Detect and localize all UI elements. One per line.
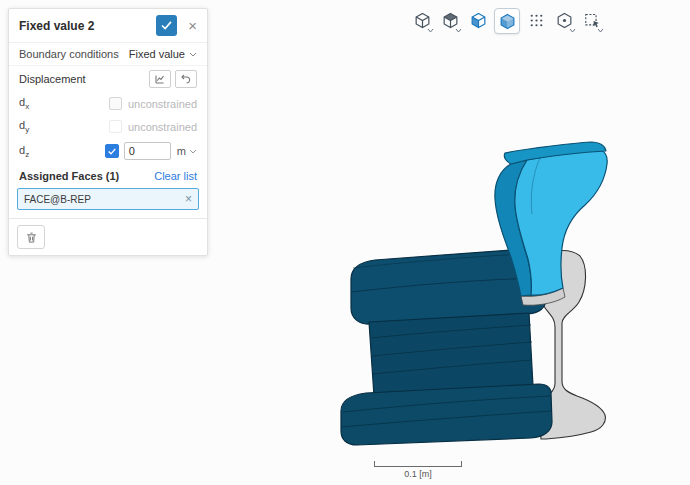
panel-footer	[9, 218, 207, 255]
face-assignment-chip[interactable]: FACE@B-REP ×	[17, 188, 199, 210]
solid-shaded-cube-icon[interactable]	[438, 8, 462, 32]
chart-icon	[154, 73, 166, 85]
viewport-toolbar	[410, 8, 604, 34]
isometric-cube-icon[interactable]	[410, 8, 434, 32]
dx-row: dx unconstrained	[9, 92, 207, 115]
chevron-down-icon	[189, 149, 197, 154]
scale-bar-label: 0.1 [m]	[374, 469, 462, 479]
dz-checkbox[interactable]	[105, 144, 119, 158]
box-select-icon[interactable]	[580, 8, 604, 32]
dz-row: dz 0 m	[9, 138, 207, 164]
displacement-row: Displacement	[9, 65, 207, 92]
dz-value-input[interactable]: 0	[124, 142, 171, 160]
assigned-faces-row: Assigned Faces (1) Clear list	[9, 164, 207, 185]
chevron-down-icon	[189, 52, 197, 57]
scale-bar-line	[374, 461, 462, 467]
check-icon	[161, 21, 172, 30]
table-input-button[interactable]	[149, 70, 171, 88]
dx-checkbox[interactable]	[109, 97, 122, 110]
trash-icon	[25, 231, 38, 244]
topology-cube-icon[interactable]	[552, 8, 576, 32]
boundary-conditions-dropdown[interactable]: Fixed value	[129, 48, 197, 60]
face-assignment-name: FACE@B-REP	[24, 194, 185, 205]
delete-button[interactable]	[17, 225, 45, 249]
select-faces-icon[interactable]	[466, 8, 490, 32]
assignment-list: FACE@B-REP ×	[9, 185, 207, 218]
dy-row: dy unconstrained	[9, 115, 207, 138]
reset-button[interactable]	[175, 70, 197, 88]
remove-face-icon[interactable]: ×	[185, 194, 192, 204]
boundary-condition-panel: Fixed value 2 × Boundary conditions Fixe…	[8, 8, 208, 256]
scale-bar: 0.1 [m]	[374, 461, 462, 479]
assigned-faces-label: Assigned Faces (1)	[19, 170, 154, 182]
dropdown-caret-icon	[597, 28, 604, 33]
apply-button[interactable]	[156, 15, 177, 36]
dz-unit-dropdown[interactable]: m	[177, 145, 197, 157]
check-icon	[108, 148, 116, 155]
dropdown-caret-icon	[569, 28, 576, 33]
clear-list-link[interactable]: Clear list	[154, 170, 197, 182]
dropdown-caret-icon	[455, 28, 462, 33]
panel-header: Fixed value 2 ×	[9, 9, 207, 43]
close-panel-button[interactable]: ×	[186, 19, 199, 33]
select-volumes-icon[interactable]	[494, 8, 520, 34]
boundary-conditions-label: Boundary conditions	[19, 48, 129, 60]
dy-checkbox[interactable]	[109, 120, 122, 133]
dx-value: unconstrained	[128, 98, 197, 110]
dropdown-caret-icon	[427, 28, 434, 33]
panel-title: Fixed value 2	[19, 19, 156, 33]
dy-value: unconstrained	[128, 121, 197, 133]
select-vertices-icon[interactable]	[524, 8, 548, 32]
undo-icon	[180, 73, 192, 85]
displacement-label: Displacement	[19, 73, 149, 85]
boundary-conditions-row: Boundary conditions Fixed value	[9, 43, 207, 65]
